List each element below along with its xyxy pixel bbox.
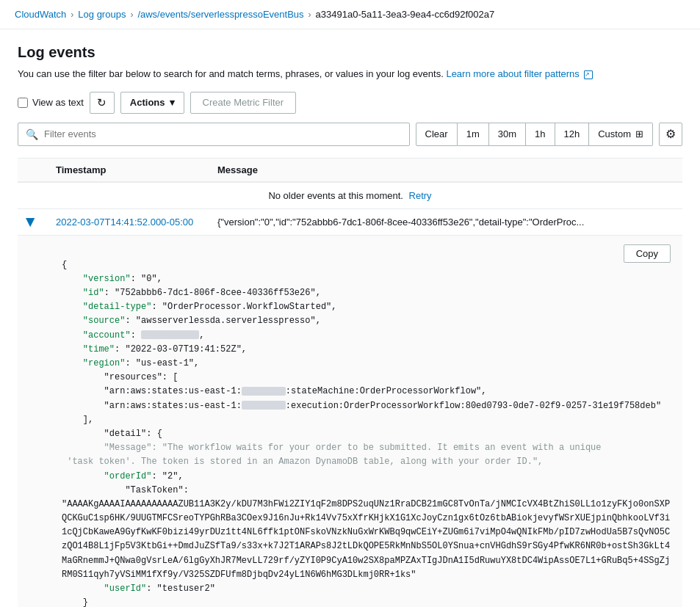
view-as-text-text: View as text [32, 97, 84, 108]
event-detail-inner: Copy { "version": "0", "id": "752abbb6-7… [18, 236, 682, 608]
event-json: { "version": "0", "id": "752abbb6-7dc1-8… [62, 244, 674, 608]
col-expand-header [18, 158, 47, 182]
breadcrumb-event-bus[interactable]: /aws/events/serverlesspressoEventBus [137, 9, 303, 20]
breadcrumb-log-groups[interactable]: Log groups [78, 9, 126, 20]
time-1m-button[interactable]: 1m [458, 123, 489, 146]
time-buttons-group: Clear 1m 30m 1h 12h Custom ⊞ [416, 123, 653, 146]
breadcrumb-sep-2: › [130, 10, 133, 20]
breadcrumb-sep-1: › [71, 10, 73, 20]
event-message-cell: {"version":"0","id":"752abbb6-7dc1-806f-… [209, 208, 682, 235]
col-message-header: Message [209, 158, 682, 182]
event-message-preview: {"version":"0","id":"752abbb6-7dc1-806f-… [217, 217, 584, 228]
learn-more-link[interactable]: Learn more about filter patterns [446, 68, 579, 79]
actions-label: Actions [130, 97, 165, 108]
custom-label: Custom [598, 128, 631, 139]
search-input[interactable] [44, 128, 402, 139]
col-timestamp-header: Timestamp [47, 158, 209, 182]
page-title: Log events [18, 44, 682, 61]
breadcrumb-cloudwatch[interactable]: CloudWatch [15, 9, 66, 20]
view-as-text-checkbox[interactable] [18, 98, 28, 108]
event-row[interactable]: ▶ 2022-03-07T14:41:52.000-05:00 {"versio… [18, 208, 682, 235]
create-metric-filter-button[interactable]: Create Metric Filter [190, 92, 297, 114]
expand-cell[interactable]: ▶ [18, 208, 47, 235]
gear-icon: ⚙ [665, 127, 676, 141]
search-icon: 🔍 [26, 128, 38, 140]
retry-link[interactable]: Retry [409, 190, 432, 201]
page-description: You can use the filter bar below to sear… [18, 67, 682, 81]
actions-chevron-icon: ▾ [170, 97, 175, 108]
view-as-text-label[interactable]: View as text [18, 97, 84, 108]
copy-button[interactable]: Copy [624, 244, 671, 263]
breadcrumb-log-stream: a33491a0-5a11-3ea3-9ea4-cc6d92f002a7 [316, 9, 495, 20]
no-older-events-text: No older events at this moment. [268, 190, 403, 201]
refresh-button[interactable]: ↻ [90, 92, 115, 114]
external-link-icon [584, 70, 593, 79]
expand-arrow-icon: ▶ [24, 217, 38, 226]
custom-calendar-icon: ⊞ [635, 128, 643, 139]
time-1h-button[interactable]: 1h [526, 123, 555, 146]
search-wrapper: 🔍 [18, 123, 410, 146]
breadcrumb-sep-3: › [308, 10, 311, 20]
time-30m-button[interactable]: 30m [489, 123, 526, 146]
time-12h-button[interactable]: 12h [555, 123, 590, 146]
clear-button[interactable]: Clear [416, 123, 458, 146]
settings-button[interactable]: ⚙ [659, 123, 682, 146]
time-custom-button[interactable]: Custom ⊞ [589, 123, 653, 146]
event-timestamp: 2022-03-07T14:41:52.000-05:00 [56, 217, 193, 228]
actions-button[interactable]: Actions ▾ [120, 92, 184, 114]
table-header-row: Timestamp Message [18, 158, 682, 182]
events-table: Timestamp Message No older events at thi… [18, 158, 682, 608]
breadcrumb: CloudWatch › Log groups › /aws/events/se… [0, 0, 700, 29]
no-older-events-row: No older events at this moment. Retry [18, 182, 682, 209]
toolbar: View as text ↻ Actions ▾ Create Metric F… [18, 92, 682, 114]
event-timestamp-cell: 2022-03-07T14:41:52.000-05:00 [47, 208, 209, 235]
event-detail-row: Copy { "version": "0", "id": "752abbb6-7… [18, 235, 682, 607]
filter-bar: 🔍 Clear 1m 30m 1h 12h Custom ⊞ ⚙ [18, 123, 682, 146]
refresh-icon: ↻ [97, 96, 107, 109]
